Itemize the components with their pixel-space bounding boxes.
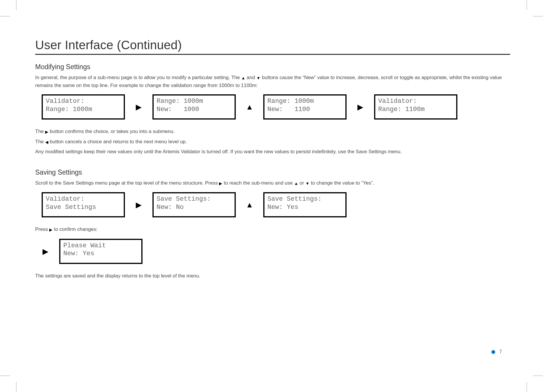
lcd-line: New: 1100 bbox=[267, 105, 342, 114]
lcd-line: Validator: bbox=[378, 97, 453, 105]
triangle-right-icon bbox=[42, 248, 49, 255]
lcd-line: Validator: bbox=[46, 97, 121, 105]
lcd-screen: Range: 1000m New: 1100 bbox=[263, 94, 347, 120]
text: or bbox=[298, 180, 306, 186]
heading-saving-settings: Saving Settings bbox=[35, 168, 510, 176]
lcd-line: Range: 1000m bbox=[46, 105, 121, 114]
lcd-line: Range: 1000m bbox=[267, 97, 342, 105]
triangle-up-icon bbox=[294, 180, 298, 187]
note-left-cancels: The button cancels a choice and returns … bbox=[35, 138, 510, 146]
text: button confirms the choice, or takes you… bbox=[48, 129, 175, 134]
lcd-line: Save Settings bbox=[46, 203, 121, 212]
page-footer: 7 bbox=[491, 349, 502, 354]
note-persist: Any modified settings keep their new val… bbox=[35, 148, 510, 156]
lcd-screen: Save Settings: New: Yes bbox=[263, 192, 347, 217]
text: In general, the purpose of a sub-menu pa… bbox=[35, 75, 241, 80]
page-number: 7 bbox=[499, 349, 502, 354]
note-right-confirms: The button confirms the choice, or takes… bbox=[35, 128, 510, 136]
lcd-sequence-confirm: Please Wait New: Yes bbox=[42, 239, 510, 264]
triangle-right-icon bbox=[49, 226, 52, 234]
paragraph-saving: Scroll to the Save Settings menu page at… bbox=[35, 179, 510, 187]
text: The bbox=[35, 139, 45, 144]
triangle-down-icon bbox=[256, 74, 260, 82]
lcd-line: Range: 1100m bbox=[378, 105, 453, 114]
lcd-screen: Validator: Range: 1000m bbox=[42, 94, 125, 120]
lcd-sequence-modifying: Validator: Range: 1000m Range: 1000m New… bbox=[42, 94, 510, 120]
triangle-up-icon bbox=[241, 74, 245, 82]
triangle-up-icon bbox=[246, 103, 253, 111]
heading-modifying-settings: Modifying Settings bbox=[35, 63, 510, 71]
lcd-line: New: 1000 bbox=[157, 105, 232, 114]
lcd-screen: Please Wait New: Yes bbox=[59, 239, 142, 264]
text: to confirm changes: bbox=[52, 226, 97, 232]
press-to-confirm: Press to confirm changes: bbox=[35, 226, 510, 234]
lcd-line: Validator: bbox=[46, 195, 121, 203]
lcd-line: Range: 1000m bbox=[157, 97, 232, 105]
paragraph-modifying: In general, the purpose of a sub-menu pa… bbox=[35, 74, 510, 89]
triangle-right-icon bbox=[357, 103, 364, 111]
triangle-right-icon bbox=[135, 201, 142, 209]
title-rule bbox=[35, 54, 510, 55]
text: Press bbox=[35, 226, 49, 232]
text: Scroll to the Save Settings menu page at… bbox=[35, 180, 219, 186]
text: to change the value to “Yes”. bbox=[310, 180, 374, 186]
lcd-screen: Validator: Save Settings bbox=[42, 192, 125, 217]
lcd-screen: Save Settings: New: No bbox=[152, 192, 236, 217]
lcd-sequence-saving: Validator: Save Settings Save Settings: … bbox=[42, 192, 510, 217]
triangle-down-icon bbox=[306, 180, 310, 187]
closing-sentence: The settings are saved and the display r… bbox=[35, 272, 510, 280]
footer-dot-icon bbox=[491, 350, 495, 354]
triangle-right-icon bbox=[219, 180, 222, 187]
text: The bbox=[35, 129, 45, 134]
lcd-line: Please Wait bbox=[63, 242, 138, 250]
page-content: User Interface (Continued) Modifying Set… bbox=[35, 38, 510, 282]
triangle-left-icon bbox=[45, 138, 48, 146]
lcd-line: New: Yes bbox=[267, 203, 342, 212]
page-title: User Interface (Continued) bbox=[35, 38, 510, 52]
text: button cancels a choice and returns to t… bbox=[48, 139, 187, 144]
lcd-screen: Validator: Range: 1100m bbox=[374, 94, 457, 120]
text: and bbox=[245, 75, 257, 80]
lcd-line: New: Yes bbox=[63, 250, 138, 258]
lcd-screen: Range: 1000m New: 1000 bbox=[152, 94, 236, 120]
lcd-line: Save Settings: bbox=[267, 195, 342, 203]
lcd-line: Save Settings: bbox=[157, 195, 232, 203]
lcd-line: New: No bbox=[157, 203, 232, 212]
text: to reach the sub-menu and use bbox=[222, 180, 294, 186]
triangle-up-icon bbox=[246, 201, 253, 209]
triangle-right-icon bbox=[135, 103, 142, 111]
triangle-right-icon bbox=[45, 128, 48, 136]
